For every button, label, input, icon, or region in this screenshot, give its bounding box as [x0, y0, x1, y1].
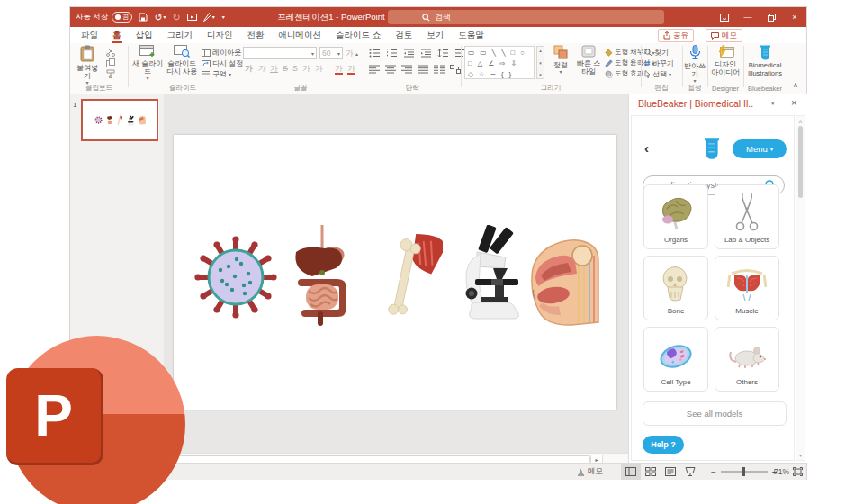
font-color-button[interactable]: 가	[347, 65, 356, 73]
underline-button[interactable]: 가	[270, 65, 278, 73]
restore-button[interactable]	[760, 7, 783, 27]
digestive-system-image[interactable]	[289, 225, 352, 328]
tab-animations[interactable]: 애니메이션	[272, 27, 329, 43]
menu-button[interactable]: Menu ▾	[733, 140, 787, 158]
grow-font-button[interactable]: 가▴	[346, 48, 358, 59]
new-slide-button[interactable]: 새 슬라이드 ▾	[131, 45, 164, 82]
redo-button[interactable]: ↻	[173, 13, 181, 22]
minimize-button[interactable]: —	[736, 7, 760, 27]
touch-mode-button[interactable]: ▾	[203, 13, 215, 22]
shapes-gallery-scrollbar[interactable]: ▴ ▾ ▾	[536, 46, 544, 79]
zoom-slider-thumb[interactable]	[742, 467, 745, 476]
save-button[interactable]	[139, 13, 148, 22]
normal-view-button[interactable]	[621, 464, 641, 480]
taskpane-scrollbar[interactable]: ∧ ▾	[796, 115, 806, 461]
comments-button[interactable]: 메모	[706, 29, 742, 42]
autosave-toggle[interactable]: 자동 저장 끔	[76, 12, 132, 22]
tab-file[interactable]: 파일	[74, 27, 105, 43]
category-card-others[interactable]: Others	[715, 327, 779, 392]
search-box[interactable]: 검색	[388, 10, 664, 24]
virus-image[interactable]	[191, 232, 281, 322]
arrange-button[interactable]: 정렬 ▾	[547, 45, 574, 76]
bone-muscle-image[interactable]	[371, 228, 443, 327]
justify-icon[interactable]	[418, 65, 428, 74]
head-anatomy-image[interactable]	[519, 236, 602, 326]
tab-review[interactable]: 검토	[388, 27, 419, 43]
undo-button[interactable]: ↺ ▾	[154, 13, 166, 22]
tab-slideshow[interactable]: 슬라이드 쇼	[328, 27, 388, 43]
numbering-icon[interactable]	[386, 49, 398, 58]
autosave-switch[interactable]: 끔	[112, 12, 132, 22]
align-left-icon[interactable]	[369, 65, 380, 74]
zoom-out-button[interactable]: −	[711, 467, 716, 477]
text-shadow-button[interactable]: S	[292, 65, 298, 73]
align-center-icon[interactable]	[385, 65, 396, 74]
fit-slide-button[interactable]	[793, 464, 803, 480]
biomedical-illustrations-button[interactable]: Biomedical Illustrations	[746, 45, 784, 77]
start-slideshow-button[interactable]	[187, 14, 197, 22]
back-button[interactable]: ‹	[644, 141, 649, 155]
change-case-button[interactable]: 가	[315, 65, 323, 73]
columns-icon[interactable]	[434, 65, 445, 74]
zoom-slider[interactable]	[721, 471, 768, 472]
help-button[interactable]: Help ?	[643, 436, 684, 454]
slide[interactable]	[174, 135, 616, 410]
share-button[interactable]: 공유	[658, 29, 694, 42]
customize-qat-button[interactable]: ▾	[221, 14, 225, 20]
tab-draw[interactable]: 그리기	[160, 27, 201, 43]
taskpane-options-icon[interactable]: ▾	[771, 100, 775, 107]
category-card-bone[interactable]: Bone	[644, 256, 708, 320]
align-right-icon[interactable]	[401, 65, 412, 74]
format-painter-button[interactable]	[106, 69, 115, 78]
see-all-models-button[interactable]: See all models	[643, 401, 787, 426]
bold-button[interactable]: 가	[245, 65, 253, 73]
notes-button[interactable]: 메모	[577, 464, 603, 480]
copy-button[interactable]	[106, 58, 115, 68]
tab-transitions[interactable]: 전환	[240, 27, 272, 43]
slide-canvas-area[interactable]: ▸	[164, 94, 628, 463]
highlight-color-button[interactable]: 가	[335, 65, 343, 73]
scroll-down-icon[interactable]: ▾	[799, 452, 802, 458]
taskpane-close-icon[interactable]: ×	[791, 97, 796, 108]
tab-design[interactable]: 디자인	[200, 27, 240, 43]
design-ideas-button[interactable]: 디자인 아이디어	[710, 45, 741, 76]
replace-button[interactable]: ⇄ 바꾸기	[644, 58, 674, 68]
collapse-ribbon-button[interactable]: ∧	[793, 81, 798, 89]
ribbon-display-options-button[interactable]	[713, 7, 736, 27]
strikethrough-button[interactable]: S	[283, 65, 288, 73]
close-button[interactable]: ×	[783, 7, 806, 27]
select-button[interactable]: 선택 ▾	[644, 69, 671, 79]
slide-sorter-view-button[interactable]	[641, 464, 661, 480]
tab-help[interactable]: 도움말	[451, 27, 491, 43]
cut-button[interactable]	[106, 48, 115, 57]
scroll-up-icon[interactable]: ∧	[798, 118, 802, 124]
tab-insert[interactable]: 삽입	[129, 27, 160, 43]
character-spacing-button[interactable]: 가	[302, 65, 310, 73]
decrease-indent-icon[interactable]	[403, 49, 415, 58]
italic-button[interactable]: 가	[257, 65, 266, 73]
shapes-gallery[interactable]: ▭ ▭ ╲ ╲ □ ○ □ △ ∠ ⇨ ⇩ ◇ ☆ ∼ { }	[464, 46, 535, 79]
section-button[interactable]: 구역 ▾	[202, 69, 231, 79]
zoom-level[interactable]: 71%	[774, 464, 789, 480]
category-card-organs[interactable]: Organs	[644, 184, 708, 249]
bullets-icon[interactable]	[369, 49, 381, 58]
font-name-input[interactable]: ▾	[243, 47, 317, 59]
slide-thumbnail-1[interactable]	[81, 99, 158, 141]
paste-button[interactable]: 붙여넣기 ▾	[74, 45, 101, 86]
font-size-input[interactable]: 60 ▾	[320, 47, 343, 59]
taskpane-scroll-thumb[interactable]	[798, 126, 803, 198]
category-card-cell-type[interactable]: Cell Type	[644, 327, 708, 392]
find-button[interactable]: 찾기	[644, 48, 669, 58]
category-card-lab-objects[interactable]: Lab & Objects	[715, 184, 779, 249]
tab-view[interactable]: 보기	[419, 27, 451, 43]
smartart-icon[interactable]	[450, 65, 461, 74]
reading-view-button[interactable]	[661, 464, 680, 480]
quick-styles-button[interactable]: 빠른 스타일	[574, 45, 603, 76]
category-card-muscle[interactable]: Muscle	[715, 256, 779, 320]
line-spacing-icon[interactable]	[437, 49, 449, 58]
slideshow-view-button[interactable]	[680, 464, 700, 480]
reuse-slides-button[interactable]: 슬라이드 다시 사용	[166, 45, 198, 76]
increase-indent-icon[interactable]	[420, 49, 432, 58]
dictate-button[interactable]: 받아쓰기 ▾	[683, 45, 706, 85]
tab-home[interactable]: 홈	[105, 27, 129, 43]
